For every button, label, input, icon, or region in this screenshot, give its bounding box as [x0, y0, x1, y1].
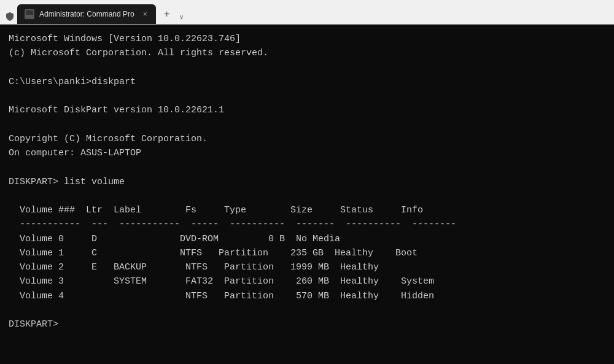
terminal-line-1: Microsoft Windows [Version 10.0.22623.74… — [9, 32, 605, 46]
terminal-line-12 — [9, 189, 605, 203]
svg-rect-3 — [27, 17, 32, 17]
terminal-line-2: (c) Microsoft Corporation. All rights re… — [9, 46, 605, 60]
tab-icon — [25, 9, 34, 19]
terminal-line-4: C:\Users\panki>diskpart — [9, 75, 605, 89]
title-bar: Administrator: Command Pro × + ∨ — [0, 0, 614, 25]
terminal-line-blank — [9, 303, 605, 317]
table-row-4: Volume 4 NTFS Partition 570 MB Healthy H… — [9, 289, 605, 303]
active-tab[interactable]: Administrator: Command Pro × — [17, 4, 156, 24]
terminal-line-5 — [9, 89, 605, 103]
tab-close-button[interactable]: × — [142, 10, 149, 18]
shield-icon — [5, 12, 15, 21]
table-header: Volume ### Ltr Label Fs Type Size Status… — [9, 203, 605, 217]
table-row-0: Volume 0 D DVD-ROM 0 B No Media — [9, 232, 605, 246]
terminal-command: DISKPART> list volume — [9, 175, 605, 189]
terminal-window[interactable]: Microsoft Windows [Version 10.0.22623.74… — [0, 25, 614, 364]
svg-rect-1 — [26, 15, 33, 16]
terminal-line-10 — [9, 160, 605, 174]
table-row-1: Volume 1 C NTFS Partition 235 GB Healthy… — [9, 246, 605, 260]
terminal-line-9: On computer: ASUS-LAPTOP — [9, 146, 605, 160]
table-row-2: Volume 2 E BACKUP NTFS Partition 1999 MB… — [9, 260, 605, 274]
tab-title: Administrator: Command Pro — [39, 10, 134, 18]
terminal-line-7 — [9, 118, 605, 132]
table-divider: ----------- --- ----------- ----- ------… — [9, 217, 605, 231]
terminal-prompt: DISKPART> — [9, 317, 605, 331]
new-tab-button[interactable]: + — [158, 6, 176, 23]
table-row-3: Volume 3 SYSTEM FAT32 Partition 260 MB H… — [9, 274, 605, 288]
terminal-line-6: Microsoft DiskPart version 10.0.22621.1 — [9, 103, 605, 117]
terminal-line-8: Copyright (C) Microsoft Corporation. — [9, 132, 605, 146]
terminal-line-3 — [9, 61, 605, 75]
dropdown-button[interactable]: ∨ — [176, 10, 188, 23]
